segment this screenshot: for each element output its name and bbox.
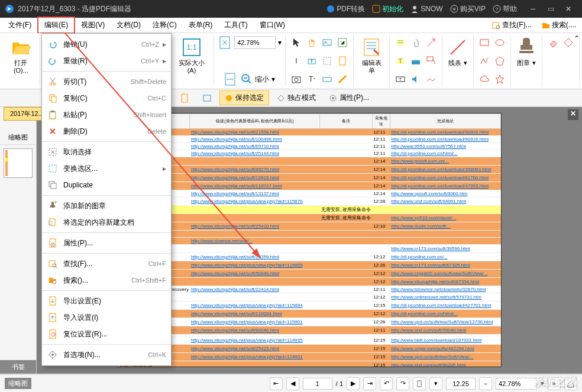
menu-window[interactable]: 窗口(W) — [254, 18, 291, 33]
prev-page-button[interactable]: ◀ — [286, 377, 299, 390]
menu-item-search[interactable]: 搜索()...Ctrl+Shift+F — [42, 272, 171, 289]
menu-item-addstamp[interactable]: 添加新的图章 — [42, 197, 171, 214]
tool-snapshot[interactable] — [289, 72, 303, 86]
vip-link[interactable]: ¥购买VIP — [450, 4, 486, 14]
menu-item-changesel[interactable]: 变换选区...▸ — [42, 160, 171, 177]
first-page-button[interactable]: ⇤ — [270, 377, 283, 390]
menu-item-undo[interactable]: 撤销(U)Ctrl+Z▸ — [42, 36, 171, 53]
menu-edit[interactable]: 编辑(E) — [37, 17, 75, 34]
tool2-doc[interactable] — [174, 91, 195, 105]
menu-item-newfile[interactable]: 将选定的内容新建文档 — [42, 214, 171, 231]
menu-item-paste[interactable]: 粘贴(P)Shift+Insert — [42, 106, 171, 123]
menu-item-deselect[interactable]: 取消选择 — [42, 144, 171, 160]
document-close-button[interactable]: ✕ — [568, 109, 578, 120]
menu-item-delete[interactable]: 删除(D)Delete — [42, 123, 171, 140]
menu-item-copy[interactable]: 复制(C)Ctrl+C — [42, 90, 171, 106]
zoom-numeric-input[interactable] — [446, 378, 476, 390]
fit-page-icon[interactable] — [218, 35, 232, 50]
page-number-input[interactable] — [303, 378, 332, 390]
tool-insert-text[interactable]: T+ — [305, 72, 319, 86]
open-button[interactable]: 打开(O)... — [6, 35, 36, 76]
menu-form[interactable]: 表单(R) — [183, 18, 219, 33]
menu-item-prefs[interactable]: 首选项(N)...Ctrl+K — [42, 346, 171, 363]
sidebar-thumbnail-header[interactable]: 缩略图 — [0, 131, 36, 145]
lines-button[interactable]: 线条 ▾ — [446, 35, 470, 68]
shape-oval[interactable] — [493, 35, 507, 50]
zoom-minus-button[interactable]: − — [479, 377, 492, 390]
annot-highlight[interactable]: T — [393, 54, 408, 68]
shape-cloud[interactable] — [477, 72, 492, 86]
menu-item-duplicate[interactable]: Duplicate — [42, 177, 171, 193]
menu-item-reset[interactable]: 复位设置(R)... — [42, 326, 171, 342]
zoom-percent-input[interactable] — [496, 378, 537, 390]
menu-item-props[interactable]: 属性(P)... — [42, 235, 171, 251]
tool-select-text[interactable]: I — [289, 54, 303, 68]
annot-pencil[interactable] — [424, 72, 438, 86]
last-page-button[interactable]: ⇥ — [363, 377, 376, 390]
shape-rect[interactable] — [477, 35, 492, 50]
menu-view[interactable]: 视图(V) — [75, 18, 111, 33]
annot-attach[interactable] — [409, 35, 423, 50]
tool-form-field[interactable] — [320, 72, 334, 86]
view-single-button[interactable] — [413, 377, 426, 390]
menu-document[interactable]: 文档(D) — [111, 18, 147, 33]
find-button[interactable]: 查找(F)... — [488, 19, 535, 31]
annot-sound[interactable] — [409, 72, 423, 86]
keep-selected-button[interactable]: 保持选定 — [219, 90, 269, 105]
annot-textbox[interactable]: T — [393, 72, 408, 86]
annot-arrow[interactable] — [424, 35, 438, 50]
ribbon-collapse-icon[interactable]: ⌃ — [574, 34, 580, 43]
fit-width-icon[interactable] — [223, 72, 237, 86]
zoom-percent-dropdown[interactable]: ▾ — [541, 380, 544, 387]
menu-file[interactable]: 文件(F) — [2, 18, 37, 33]
sidebar-bookmark-tab[interactable]: 书签 — [0, 360, 36, 374]
zoom-out-button[interactable]: 缩小▾ — [240, 72, 276, 86]
tool-hand[interactable] — [305, 35, 319, 50]
annot-note[interactable] — [393, 35, 408, 50]
shape-star[interactable] — [493, 72, 507, 86]
view-continuous-button[interactable]: ▾ — [429, 377, 442, 390]
zoom-plus-button[interactable]: + — [548, 377, 561, 390]
search-button[interactable]: 搜索(.... — [538, 19, 580, 31]
shape-polygon[interactable] — [493, 54, 507, 68]
tool-measure[interactable] — [335, 72, 350, 86]
exclusive-mode-button[interactable]: 独占模式 — [271, 90, 321, 105]
tool-image[interactable] — [320, 35, 334, 50]
minimize-button[interactable]: ─ — [524, 0, 542, 18]
annot-callout[interactable] — [424, 54, 438, 68]
menu-tools[interactable]: 工具(T) — [218, 18, 253, 33]
tool-eraser[interactable] — [546, 35, 560, 50]
thumbnail-panel-label[interactable]: 缩略图 — [5, 378, 31, 389]
menu-item-export[interactable]: 导出设置(E) — [42, 293, 171, 309]
zoom-dropdown-icon[interactable]: ▾ — [278, 38, 282, 47]
stamp-button[interactable]: 图章 ▾ — [515, 35, 538, 68]
nav-fwd-button[interactable]: ↷ — [396, 377, 409, 390]
tool-edit-text[interactable]: T — [305, 54, 319, 68]
status-home-button[interactable] — [564, 377, 577, 390]
next-page-button[interactable]: ▶ — [347, 377, 360, 390]
page-thumbnail[interactable] — [4, 148, 33, 178]
actual-size-button[interactable]: 1:1 实际大小(A) — [173, 35, 210, 76]
menu-item-redo[interactable]: 重做(R)Ctrl+Y▸ — [42, 53, 171, 69]
annot-typewriter[interactable] — [409, 54, 423, 68]
menu-item-find[interactable]: 查找(F)...Ctrl+F — [42, 255, 171, 272]
tool2-annot[interactable] — [197, 91, 217, 105]
help-link[interactable]: ?帮助 — [493, 4, 517, 14]
tool-object[interactable] — [320, 54, 334, 68]
menu-item-import[interactable]: 导入设置(I) — [42, 309, 171, 326]
menu-comment[interactable]: 注释(C) — [147, 18, 183, 33]
tool-link[interactable] — [335, 35, 350, 50]
init-link[interactable]: 初始化 — [372, 4, 403, 14]
user-label[interactable]: SNOW — [410, 5, 442, 13]
tool-crop[interactable] — [335, 54, 350, 68]
edit-form-button[interactable]: 编辑表单 — [357, 35, 386, 76]
tool-pointer[interactable] — [289, 35, 303, 50]
menu-item-cut[interactable]: 剪切(T)Shift+Delete — [42, 73, 171, 90]
properties-button[interactable]: 属性(P)... — [324, 90, 374, 105]
nav-back-button[interactable]: ↶ — [380, 377, 393, 390]
maximize-button[interactable]: ▭ — [542, 0, 560, 18]
shape-polyline[interactable] — [477, 54, 492, 68]
close-button[interactable]: ✕ — [560, 0, 577, 18]
zoom-input[interactable] — [234, 36, 276, 49]
pdf-convert-link[interactable]: PDF转换 — [326, 4, 365, 14]
